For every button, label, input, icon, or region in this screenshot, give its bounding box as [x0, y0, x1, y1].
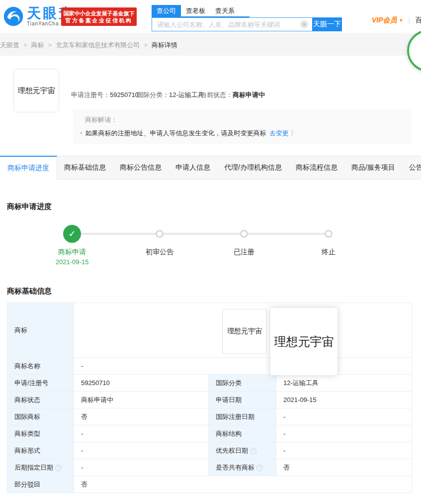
reg-number-value: 59250710 — [110, 91, 139, 99]
row-label: 优先权日期 — [216, 447, 248, 454]
row-value: - — [74, 459, 209, 476]
row-value: - — [74, 358, 412, 375]
gov-badge-line1: 国家中小企业发展子基金旗下 — [64, 10, 135, 17]
row-label: 国际分类 — [209, 375, 276, 392]
gov-badge-line2: 官方备案企业征信机构 — [66, 17, 133, 24]
tianyancha-logo-icon — [3, 6, 24, 27]
chevron-down-icon[interactable]: ▼ — [399, 18, 404, 23]
breadcrumb-trademark[interactable]: 商标 — [31, 41, 44, 49]
table-row: 商标状态 商标申请中 申请日期 2021-09-15 — [7, 392, 412, 408]
table-row: 商标 理想元宇宙 理想元宇宙 — [7, 303, 412, 358]
header-right-text[interactable]: 百 — [415, 16, 421, 25]
tab-applicant-info[interactable]: 申请人信息 — [168, 156, 217, 179]
tab-announcement-info[interactable]: 公告信息 — [402, 156, 421, 179]
tip-text: 如果商标的注册地址、申请人等信息发生变化，请及时变更商标 — [85, 129, 266, 137]
trademark-image-text: 理想元宇宙 — [18, 86, 55, 96]
timeline-dot-3 — [240, 230, 248, 238]
search-input[interactable] — [152, 17, 312, 31]
row-value: 12-运输工具 — [276, 375, 412, 392]
row-label: 后期指定日期 — [14, 464, 53, 471]
row-value: - — [74, 442, 209, 459]
tab-application-progress[interactable]: 商标申请进度 — [0, 156, 57, 180]
row-value: 否 — [276, 459, 412, 476]
trademark-image[interactable]: 理想元宇宙 — [13, 69, 59, 112]
header-divider: | — [409, 16, 411, 24]
page: 天眼查 TianYanCha.com 国家中小企业发展子基金旗下 官方备案企业征… — [0, 0, 421, 504]
row-value: - — [276, 408, 412, 425]
vip-member-link[interactable]: VIP会员 — [372, 16, 397, 25]
row-label-mark: 商标 — [7, 303, 74, 358]
row-label: 国际注册日期 — [209, 408, 276, 425]
row-label: 商标名称 — [7, 358, 74, 375]
breadcrumb-company[interactable]: 北京车和家信息技术有限公司 — [56, 41, 140, 49]
step-label-apply: 商标申请 — [37, 248, 107, 257]
table-row: 国际商标 否 国际注册日期 - — [7, 408, 412, 425]
tab-basic-info[interactable]: 商标基础信息 — [57, 156, 113, 179]
row-label: 商标类型 — [7, 425, 74, 442]
row-label: 商标结构 — [209, 425, 276, 442]
basic-info-table: 商标 理想元宇宙 理想元宇宙 商标名称 - 申请/注册号 59250710 国际… — [7, 302, 412, 493]
row-value: 商标申请中 — [74, 392, 209, 408]
go-change-link[interactable]: 去变更 〉 — [269, 129, 297, 137]
search-button[interactable]: 天眼一下 — [312, 17, 342, 31]
table-row: 商标形式 - 优先权日期? - — [7, 442, 412, 459]
timeline-dot-2 — [156, 230, 164, 238]
help-icon[interactable]: ? — [55, 465, 62, 471]
breadcrumb-home[interactable]: 天眼查 — [0, 41, 19, 49]
clear-icon[interactable]: × — [300, 20, 308, 28]
tip-title: 商标解读： — [85, 115, 117, 124]
breadcrumb-separator: > — [144, 41, 148, 49]
row-label: 商标形式 — [7, 442, 74, 459]
timeline-dot-4 — [325, 230, 333, 238]
trademark-zoom-preview: 理想元宇宙 — [270, 308, 337, 375]
help-icon[interactable]: ? — [250, 448, 256, 454]
basic-section-title: 商标基础信息 — [7, 287, 52, 296]
table-row: 商标类型 - 商标结构 - — [7, 425, 412, 442]
table-row: 部分驳回 否 — [7, 476, 412, 493]
row-value: - — [74, 425, 209, 442]
timeline-line — [72, 233, 329, 235]
help-icon[interactable]: ? — [256, 465, 263, 471]
header: 天眼查 TianYanCha.com 国家中小企业发展子基金旗下 官方备案企业征… — [0, 0, 421, 34]
speed-value: 45 — [409, 39, 421, 52]
step-label-terminated: 终止 — [294, 248, 363, 257]
check-icon: ✓ — [63, 225, 81, 243]
status-value: 商标申请中 — [233, 91, 265, 99]
row-value: - — [276, 425, 412, 442]
breadcrumb-separator: > — [48, 41, 52, 49]
row-label: 国际商标 — [7, 408, 74, 425]
breadcrumb-separator: > — [23, 41, 27, 49]
row-value: - — [276, 442, 412, 459]
row-value: 2021-09-15 — [276, 392, 412, 408]
search-area: 查公司 查老板 查关系 × 天眼一下 — [152, 5, 342, 31]
reg-number-label: 申请注册号： — [71, 91, 110, 99]
status-label: 当前状态： — [200, 91, 233, 99]
row-value: 59250710 — [74, 375, 209, 392]
intl-class-value: 12-运输工具 — [169, 91, 204, 99]
progress-section-title: 商标申请进度 — [7, 202, 52, 211]
tab-agency-info[interactable]: 代理/办理机构信息 — [217, 156, 289, 179]
row-label: 申请/注册号 — [7, 375, 74, 392]
breadcrumb-current: 商标详情 — [152, 41, 177, 49]
gov-badge: 国家中小企业发展子基金旗下 官方备案企业征信机构 — [61, 7, 137, 26]
breadcrumb-bar: 天眼查>商标>北京车和家信息技术有限公司>商标详情 — [0, 34, 421, 56]
row-label: 商标状态 — [7, 392, 74, 408]
search-tab-relation[interactable]: 查关系 — [210, 5, 240, 16]
trademark-thumb[interactable]: 理想元宇宙 — [222, 309, 267, 354]
table-row: 商标名称 - — [7, 358, 412, 375]
search-tabs: 查公司 查老板 查关系 — [152, 5, 250, 17]
row-value: 否 — [74, 408, 209, 425]
row-label: 是否共有商标 — [216, 464, 254, 471]
breadcrumb: 天眼查>商标>北京车和家信息技术有限公司>商标详情 — [0, 41, 177, 50]
tab-process-info[interactable]: 商标流程信息 — [289, 156, 344, 179]
row-label: 申请日期 — [209, 392, 276, 408]
step-label-preliminary: 初审公告 — [125, 248, 194, 257]
search-tab-company[interactable]: 查公司 — [152, 5, 181, 16]
search-tab-boss[interactable]: 查老板 — [181, 5, 210, 16]
tab-gazette-info[interactable]: 商标公告信息 — [113, 156, 168, 179]
row-value: 否 — [74, 476, 412, 493]
tab-goods-services[interactable]: 商品/服务项目 — [344, 156, 402, 179]
table-row: 申请/注册号 59250710 国际分类 12-运输工具 — [7, 375, 412, 392]
bullet-icon: • — [80, 129, 83, 137]
trademark-tip-box: 商标解读： •如果商标的注册地址、申请人等信息发生变化，请及时变更商标去变更 〉 — [73, 109, 412, 144]
